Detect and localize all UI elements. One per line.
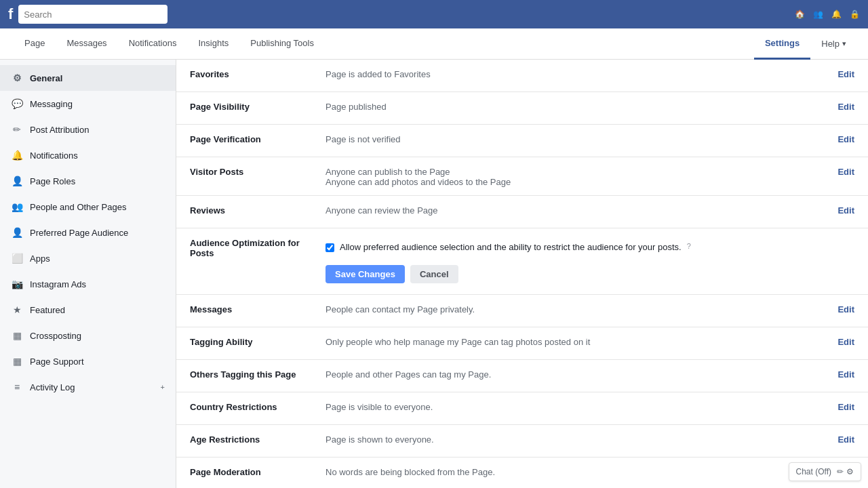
sidebar-item-label: Notifications [30, 150, 165, 161]
instagram-icon: 📷 [11, 278, 23, 290]
save-changes-button[interactable]: Save Changes [326, 265, 405, 283]
settings-edit-others-tagging[interactable]: Edit [821, 368, 854, 380]
nav-tab-settings[interactable]: Settings [754, 28, 810, 60]
nav-item-insights[interactable]: Insights [187, 28, 239, 60]
cancel-button[interactable]: Cancel [410, 265, 458, 283]
nav-item-publishing-tools[interactable]: Publishing Tools [239, 28, 325, 60]
sidebar-item-label: General [30, 73, 165, 83]
sidebar-item-preferred-audience[interactable]: 👤 Preferred Page Audience [0, 220, 176, 245]
bell-icon: 🔔 [11, 149, 23, 161]
sidebar-item-activity-log[interactable]: ≡ Activity Log + [0, 374, 176, 400]
settings-label-age-restrictions: Age Restrictions [190, 433, 326, 445]
nav-item-notifications[interactable]: Notifications [118, 28, 188, 60]
person-icon: 👤 [11, 175, 23, 187]
sidebar-item-post-attribution[interactable]: ✏ Post Attribution [0, 117, 176, 142]
settings-edit-country-restrictions[interactable]: Edit [821, 401, 854, 412]
sidebar-item-label: Post Attribution [30, 125, 165, 135]
sidebar-item-page-support[interactable]: ▦ Page Support [0, 348, 176, 374]
chevron-down-icon: ▾ [842, 39, 846, 48]
settings-value-visitor-posts: Anyone can publish to the Page Anyone ca… [326, 165, 821, 187]
top-bar-icon4[interactable]: 🔒 [850, 9, 860, 19]
info-icon[interactable]: ? [687, 242, 691, 250]
chat-off-widget[interactable]: Chat (Off) ✏ ⚙ [789, 462, 861, 481]
apps-icon: ⬜ [11, 252, 23, 264]
settings-edit-age-restrictions[interactable]: Edit [821, 433, 854, 445]
settings-value-page-visibility: Page published [326, 100, 821, 112]
settings-value-country-restrictions: Page is visible to everyone. [326, 401, 821, 412]
search-input[interactable] [18, 5, 167, 24]
sidebar-item-label: Activity Log [30, 382, 154, 392]
settings-label-messages: Messages [190, 303, 326, 314]
settings-edit-reviews[interactable]: Edit [821, 204, 854, 216]
chat-edit-icon[interactable]: ✏ [837, 467, 844, 476]
settings-row-page-verification: Page Verification Page is not verified E… [176, 125, 868, 157]
settings-content: Favorites Page is added to Favorites Edi… [176, 60, 868, 488]
settings-edit-page-visibility[interactable]: Edit [821, 100, 854, 112]
settings-label-page-moderation: Page Moderation [190, 466, 326, 477]
sidebar-item-featured[interactable]: ★ Featured [0, 297, 176, 323]
chat-off-label: Chat (Off) [796, 467, 831, 476]
settings-edit-messages[interactable]: Edit [821, 303, 854, 314]
top-bar-icon3[interactable]: 🔔 [831, 9, 842, 19]
settings-label-reviews: Reviews [190, 204, 326, 216]
settings-label-tagging-ability: Tagging Ability [190, 336, 326, 347]
settings-row-favorites: Favorites Page is added to Favorites Edi… [176, 60, 868, 92]
audience-row-header: Audience Optimization for Posts Allow pr… [190, 237, 854, 258]
settings-edit-page-verification[interactable]: Edit [821, 133, 854, 144]
settings-label-visitor-posts: Visitor Posts [190, 165, 326, 177]
settings-value-page-moderation: No words are being blocked from the Page… [326, 466, 821, 477]
audience-icon: 👤 [11, 226, 23, 239]
top-bar-icon1[interactable]: 🏠 [795, 9, 805, 19]
settings-edit-favorites[interactable]: Edit [821, 68, 854, 79]
sidebar-item-notifications[interactable]: 🔔 Notifications [0, 142, 176, 168]
chevron-right-icon: + [161, 383, 165, 391]
crosspost-icon: ▦ [11, 329, 23, 342]
sidebar-item-messaging[interactable]: 💬 Messaging [0, 91, 176, 117]
save-cancel-row: Save Changes Cancel [190, 265, 458, 283]
sidebar-item-page-roles[interactable]: 👤 Page Roles [0, 168, 176, 194]
settings-edit-audience [821, 237, 854, 238]
sidebar: ⚙ General 💬 Messaging ✏ Post Attribution… [0, 60, 176, 488]
chat-settings-icon[interactable]: ⚙ [846, 467, 854, 476]
settings-row-page-visibility: Page Visibility Page published Edit [176, 92, 868, 125]
sidebar-item-general[interactable]: ⚙ General [0, 65, 176, 91]
nav-tab-help[interactable]: Help ▾ [813, 28, 854, 60]
settings-row-audience-optimization: Audience Optimization for Posts Allow pr… [176, 228, 868, 295]
settings-row-tagging-ability: Tagging Ability Only people who help man… [176, 327, 868, 360]
top-bar-icon2[interactable]: 👥 [813, 9, 823, 19]
settings-row-others-tagging: Others Tagging this Page People and othe… [176, 360, 868, 392]
sub-nav-right: Settings Help ▾ [754, 28, 854, 60]
chat-off-icons: ✏ ⚙ [837, 467, 854, 476]
top-bar: f 🏠 👥 🔔 🔒 [0, 0, 868, 28]
sidebar-item-apps[interactable]: ⬜ Apps [0, 245, 176, 271]
support-icon: ▦ [11, 355, 23, 367]
nav-item-page[interactable]: Page [14, 28, 56, 60]
sidebar-item-label: Page Roles [30, 176, 165, 186]
log-icon: ≡ [11, 381, 23, 393]
settings-value-others-tagging: People and other Pages can tag my Page. [326, 368, 821, 380]
sidebar-item-crossposting[interactable]: ▦ Crossposting [0, 323, 176, 348]
settings-label-country-restrictions: Country Restrictions [190, 401, 326, 412]
settings-row-page-moderation: Page Moderation No words are being block… [176, 458, 868, 488]
sidebar-item-label: Page Support [30, 357, 165, 367]
sidebar-item-label: Messaging [30, 99, 165, 109]
settings-value-page-verification: Page is not verified [326, 133, 821, 144]
sidebar-item-people-other-pages[interactable]: 👥 People and Other Pages [0, 194, 176, 220]
settings-value-messages: People can contact my Page privately. [326, 303, 821, 314]
visitor-posts-line1: Anyone can publish to the Page [326, 167, 821, 177]
settings-row-reviews: Reviews Anyone can review the Page Edit [176, 196, 868, 228]
settings-label-others-tagging: Others Tagging this Page [190, 368, 326, 380]
settings-value-audience-optimization: Allow preferred audience selection and t… [326, 237, 821, 252]
settings-edit-visitor-posts[interactable]: Edit [821, 165, 854, 177]
settings-value-age-restrictions: Page is shown to everyone. [326, 433, 821, 445]
settings-value-favorites: Page is added to Favorites [326, 68, 821, 79]
settings-row-messages: Messages People can contact my Page priv… [176, 295, 868, 327]
settings-edit-tagging-ability[interactable]: Edit [821, 336, 854, 347]
sidebar-item-label: Instagram Ads [30, 279, 165, 289]
nav-item-messages[interactable]: Messages [56, 28, 117, 60]
settings-table: Favorites Page is added to Favorites Edi… [176, 60, 868, 488]
sidebar-item-instagram-ads[interactable]: 📷 Instagram Ads [0, 271, 176, 297]
edit-icon: ✏ [11, 123, 23, 136]
audience-checkbox[interactable] [326, 243, 334, 252]
top-bar-right: 🏠 👥 🔔 🔒 [795, 9, 860, 19]
